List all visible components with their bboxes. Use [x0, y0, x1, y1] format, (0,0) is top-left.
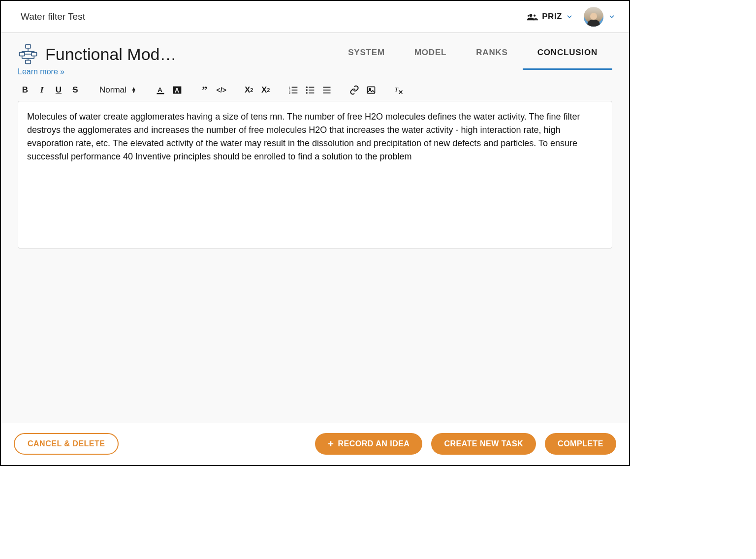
tab-conclusion[interactable]: CONCLUSION	[523, 44, 612, 70]
record-idea-label: RECORD AN IDEA	[338, 439, 410, 448]
create-task-button[interactable]: CREATE NEW TASK	[431, 433, 536, 455]
bold-button[interactable]: B	[18, 83, 32, 97]
cancel-delete-button[interactable]: CANCEL & DELETE	[14, 433, 119, 455]
svg-text:A: A	[158, 86, 162, 93]
ordered-list-icon: 123	[288, 85, 298, 95]
heading-select[interactable]: Normal ▲▼	[95, 85, 140, 95]
footer-actions: CANCEL & DELETE + RECORD AN IDEA CREATE …	[1, 423, 629, 465]
workspace-label: PRIZ	[542, 12, 562, 22]
background-color-button[interactable]: A	[170, 83, 185, 97]
superscript-button[interactable]: X2	[258, 83, 273, 97]
italic-button[interactable]: I	[34, 83, 49, 97]
people-icon	[527, 13, 538, 21]
svg-text:T: T	[394, 86, 398, 93]
link-icon	[349, 85, 359, 95]
sort-icon: ▲▼	[131, 87, 136, 93]
svg-rect-23	[291, 93, 297, 93]
clear-formatting-button[interactable]: T	[391, 83, 406, 97]
unordered-list-icon	[305, 85, 315, 95]
chevron-down-icon	[566, 13, 573, 20]
image-button[interactable]	[364, 83, 378, 97]
svg-point-24	[306, 87, 307, 88]
editor-toolbar: B I U S Normal ▲▼ A A ” </> X2 X2	[18, 81, 612, 101]
record-idea-button[interactable]: + RECORD AN IDEA	[315, 433, 422, 455]
image-icon	[366, 85, 376, 95]
tab-model[interactable]: MODEL	[400, 44, 461, 70]
clear-formatting-icon: T	[394, 85, 404, 95]
underline-button[interactable]: U	[51, 83, 66, 97]
svg-rect-3	[26, 45, 31, 48]
user-menu[interactable]	[584, 7, 615, 27]
conclusion-editor[interactable]: Molecules of water create agglomerates h…	[18, 101, 612, 248]
svg-text:3: 3	[289, 92, 290, 94]
workspace-picker[interactable]: PRIZ	[527, 12, 573, 22]
blockquote-button[interactable]: ”	[197, 83, 212, 97]
functional-model-icon	[18, 44, 38, 64]
svg-rect-6	[26, 60, 31, 63]
chevron-down-icon	[608, 13, 615, 20]
link-button[interactable]	[347, 83, 362, 97]
text-color-icon: A	[156, 85, 165, 95]
tabs: SYSTEM MODEL RANKS CONCLUSION	[333, 44, 612, 70]
ordered-list-button[interactable]: 123	[286, 83, 301, 97]
avatar	[584, 7, 603, 27]
unordered-list-button[interactable]	[303, 83, 317, 97]
project-title: Water filter Test	[21, 11, 85, 22]
svg-rect-27	[309, 87, 314, 88]
strikethrough-button[interactable]: S	[68, 83, 83, 97]
svg-point-26	[306, 92, 307, 93]
indent-icon	[322, 85, 332, 95]
svg-point-2	[528, 15, 529, 17]
svg-rect-15	[157, 93, 164, 94]
text-color-button[interactable]: A	[153, 83, 168, 97]
top-bar: Water filter Test PRIZ	[1, 1, 629, 33]
svg-point-1	[534, 15, 536, 17]
svg-rect-4	[20, 53, 25, 56]
tab-system[interactable]: SYSTEM	[333, 44, 400, 70]
page-title: Functional Mod…	[45, 45, 176, 64]
sub-header: Functional Mod… Learn more » SYSTEM MODE…	[1, 33, 629, 76]
svg-point-25	[306, 89, 307, 91]
svg-rect-22	[291, 90, 297, 91]
background-color-icon: A	[172, 85, 182, 95]
complete-button[interactable]: COMPLETE	[545, 433, 616, 455]
svg-rect-31	[323, 90, 330, 91]
svg-rect-21	[291, 87, 297, 88]
svg-text:A: A	[175, 87, 179, 94]
svg-rect-32	[323, 93, 330, 93]
learn-more-link[interactable]: Learn more »	[18, 67, 195, 76]
svg-point-0	[530, 14, 533, 17]
heading-select-label: Normal	[99, 85, 126, 95]
svg-rect-30	[323, 87, 330, 88]
code-block-button[interactable]: </>	[214, 83, 229, 97]
svg-rect-29	[309, 93, 314, 93]
indent-button[interactable]	[319, 83, 334, 97]
tab-ranks[interactable]: RANKS	[461, 44, 522, 70]
svg-rect-28	[309, 90, 314, 91]
subscript-button[interactable]: X2	[242, 83, 256, 97]
svg-rect-5	[32, 53, 37, 56]
svg-rect-33	[367, 87, 375, 93]
